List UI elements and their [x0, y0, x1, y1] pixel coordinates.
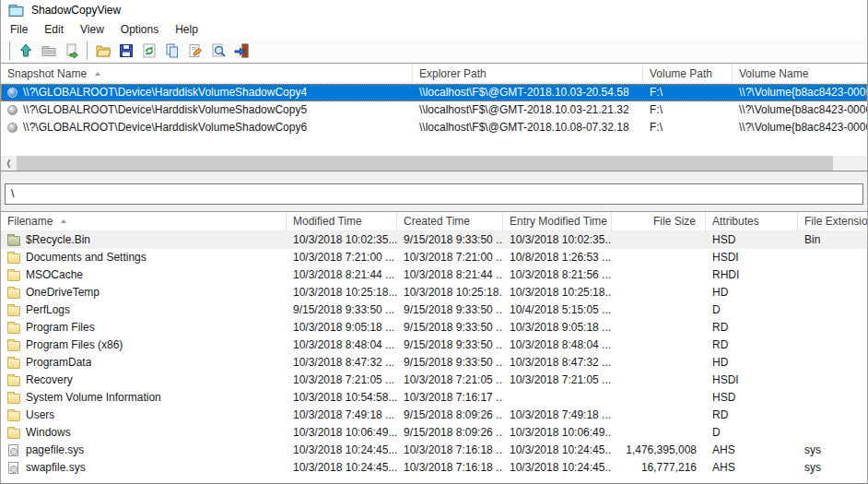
sort-ascending-icon: [61, 219, 66, 223]
file-size-cell: [612, 424, 706, 442]
file-row[interactable]: Documents and Settings10/3/2018 7:21:00 …: [1, 249, 867, 266]
modified-time-cell: 10/3/2018 10:25:18...: [287, 284, 397, 301]
entry-modified-time-cell: 10/3/2018 9:05:18 ...: [503, 319, 612, 336]
folder-open-icon[interactable]: [91, 41, 114, 62]
filename-cell: swapfile.sys: [1, 459, 287, 477]
file-extension-cell: [798, 266, 867, 284]
file-size-cell: 1,476,395,008: [612, 442, 706, 459]
file-list-empty-area: [1, 477, 867, 483]
modified-time-cell: 9/15/2018 9:33:50 ...: [287, 301, 397, 319]
filename-label: OneDriveTemp: [26, 284, 100, 301]
attributes-cell: HSD: [706, 231, 798, 249]
entry-modified-time-cell: 10/3/2018 7:21:05 ...: [503, 372, 612, 389]
current-path-input[interactable]: [5, 183, 863, 205]
explorer-path-cell: \\localhost\F$\@GMT-2018.10.08-07.32.18: [413, 119, 643, 136]
modified-time-cell: 10/3/2018 10:24:45...: [287, 442, 397, 459]
file-row[interactable]: pagefile.sys10/3/2018 10:24:45...10/3/20…: [1, 442, 867, 459]
snapshot-row[interactable]: \\?\GLOBALROOT\Device\HarddiskVolumeShad…: [1, 101, 867, 119]
column-header-explorer-path[interactable]: Explorer Path: [413, 64, 643, 83]
file-row[interactable]: PerfLogs9/15/2018 9:33:50 ...9/15/2018 9…: [1, 301, 867, 319]
column-header-modified-time[interactable]: Modified Time: [287, 212, 397, 230]
find-icon[interactable]: [206, 41, 229, 62]
scrollbar-thumb[interactable]: [17, 156, 833, 171]
scrollbar-track[interactable]: [833, 156, 867, 171]
file-row[interactable]: Program Files10/3/2018 9:05:18 ...9/15/2…: [1, 319, 867, 336]
column-header-label: File Extension: [804, 215, 867, 228]
column-header-volume-name[interactable]: Volume Name: [733, 64, 867, 83]
recycle-folder-icon: [7, 236, 20, 246]
menu-item-options[interactable]: Options: [112, 21, 167, 38]
column-header-entry-modified-time[interactable]: Entry Modified Time: [503, 212, 612, 230]
file-row[interactable]: Users10/3/2018 7:49:18 ...9/15/2018 8:09…: [1, 407, 867, 424]
filename-cell: Documents and Settings: [1, 249, 287, 266]
snapshot-row[interactable]: \\?\GLOBALROOT\Device\HarddiskVolumeShad…: [1, 119, 867, 136]
copy-icon[interactable]: [160, 41, 183, 62]
menu-item-help[interactable]: Help: [167, 21, 206, 38]
file-size-cell: [612, 249, 706, 266]
column-header-volume-path[interactable]: Volume Path: [643, 64, 733, 83]
file-size-cell: [612, 354, 706, 372]
snapshot-row[interactable]: \\?\GLOBALROOT\Device\HarddiskVolumeShad…: [1, 84, 867, 101]
filename-label: Recovery: [26, 372, 73, 389]
file-row[interactable]: MSOCache10/3/2018 8:21:44 ...10/3/2018 8…: [1, 266, 867, 284]
folder-icon: [7, 324, 20, 334]
entry-modified-time-cell: 10/3/2018 10:24:45...: [503, 459, 612, 477]
attributes-cell: HSDI: [706, 249, 798, 266]
created-time-cell: 10/3/2018 7:21:00 ...: [397, 249, 503, 266]
folder-icon: [7, 394, 20, 404]
up-icon[interactable]: [14, 41, 37, 62]
created-time-cell: 10/3/2018 7:16:18 ...: [397, 442, 503, 459]
save-icon[interactable]: [114, 41, 137, 62]
scroll-left-arrow-icon[interactable]: ❬: [1, 156, 17, 171]
attributes-cell: HD: [706, 354, 798, 372]
filename-label: PerfLogs: [26, 301, 70, 319]
path-row: [1, 182, 867, 206]
filename-cell: pagefile.sys: [1, 442, 287, 459]
attributes-cell: D: [706, 424, 798, 442]
snapshot-list-empty-area: [1, 136, 867, 156]
properties-icon[interactable]: [183, 41, 206, 62]
folder-icon: [7, 359, 20, 369]
filename-label: MSOCache: [26, 266, 83, 284]
open-drive-icon[interactable]: [37, 41, 60, 62]
column-header-attributes[interactable]: Attributes: [706, 212, 798, 230]
exit-icon[interactable]: [229, 41, 252, 62]
file-row[interactable]: ProgramData10/3/2018 8:47:32 ...9/15/201…: [1, 354, 867, 372]
volume-path-cell: F:\: [643, 119, 733, 136]
file-row[interactable]: $Recycle.Bin10/3/2018 10:02:35...9/15/20…: [1, 231, 867, 249]
file-row[interactable]: Recovery10/3/2018 7:21:05 ...10/3/2018 7…: [1, 372, 867, 389]
column-header-file-size[interactable]: File Size: [612, 212, 706, 230]
filename-label: swapfile.sys: [26, 459, 86, 477]
volume-path-cell: F:\: [643, 101, 733, 119]
modified-time-cell: 10/3/2018 8:47:32 ...: [287, 354, 397, 372]
filename-label: Documents and Settings: [26, 249, 147, 266]
filename-cell: Program Files: [1, 319, 287, 336]
created-time-cell: 9/15/2018 9:33:50 ...: [397, 354, 503, 372]
column-header-snapshot-name[interactable]: Snapshot Name: [1, 64, 413, 83]
snapshot-name-cell: \\?\GLOBALROOT\Device\HarddiskVolumeShad…: [1, 101, 413, 119]
folder-icon: [7, 411, 20, 421]
column-header-filename[interactable]: Filename: [1, 212, 287, 230]
column-header-created-time[interactable]: Created Time: [397, 212, 503, 230]
volume-name-cell: \\?\Volume{b8ac8423-0000: [733, 119, 867, 136]
attributes-cell: AHS: [706, 442, 798, 459]
file-list-header: FilenameModified TimeCreated TimeEntry M…: [1, 212, 867, 231]
refresh-icon[interactable]: [137, 41, 160, 62]
filename-label: Users: [26, 407, 54, 424]
file-row[interactable]: Windows10/3/2018 10:06:49...9/15/2018 8:…: [1, 424, 867, 442]
splitter[interactable]: [1, 171, 867, 182]
menu-item-edit[interactable]: Edit: [36, 21, 72, 38]
snapshot-rows: \\?\GLOBALROOT\Device\HarddiskVolumeShad…: [1, 84, 867, 136]
column-header-file-extension[interactable]: File Extension: [798, 212, 867, 230]
file-row[interactable]: Program Files (x86)10/3/2018 8:48:04 ...…: [1, 336, 867, 354]
menu-item-view[interactable]: View: [72, 21, 112, 38]
entry-modified-time-cell: 10/3/2018 7:49:18 ...: [503, 407, 612, 424]
menu-item-file[interactable]: File: [2, 21, 36, 38]
file-row[interactable]: OneDriveTemp10/3/2018 10:25:18...10/3/20…: [1, 284, 867, 301]
file-extension-cell: [798, 389, 867, 407]
file-row[interactable]: swapfile.sys10/3/2018 10:24:45...10/3/20…: [1, 459, 867, 477]
filename-cell: OneDriveTemp: [1, 284, 287, 301]
file-row[interactable]: System Volume Information10/3/2018 10:54…: [1, 389, 867, 407]
horizontal-scrollbar[interactable]: ❬: [1, 156, 867, 171]
export-icon[interactable]: [60, 41, 83, 62]
